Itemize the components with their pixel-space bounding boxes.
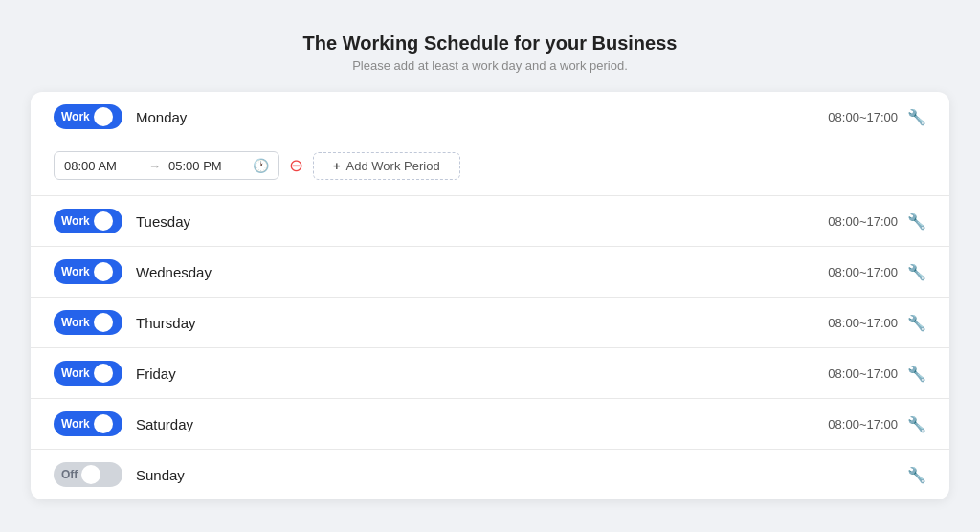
day-row-friday: WorkFriday08:00~17:00🔧: [31, 348, 949, 399]
day-header-wednesday: WorkWednesday08:00~17:00🔧: [54, 247, 926, 297]
end-time-monday-0[interactable]: [168, 159, 245, 173]
day-hours-saturday: 08:00~17:00: [828, 417, 898, 432]
schedule-card: WorkMonday08:00~17:00🔧→🕐⊖+Add Work Perio…: [31, 92, 949, 499]
work-toggle-sunday[interactable]: Off: [54, 462, 122, 487]
work-toggle-friday[interactable]: Work: [54, 361, 122, 386]
day-hours-thursday: 08:00~17:00: [828, 316, 898, 330]
day-header-sunday: OffSunday🔧: [54, 450, 926, 499]
day-header-tuesday: WorkTuesday08:00~17:00🔧: [54, 196, 926, 246]
day-name-saturday: Saturday: [136, 416, 828, 432]
work-toggle-monday[interactable]: Work: [54, 104, 122, 129]
day-row-saturday: WorkSaturday08:00~17:00🔧: [31, 399, 949, 450]
day-hours-monday: 08:00~17:00: [828, 110, 898, 124]
day-header-friday: WorkFriday08:00~17:00🔧: [54, 348, 926, 398]
arrow-icon-monday-0: →: [148, 159, 161, 173]
add-period-button-monday[interactable]: +Add Work Period: [313, 152, 460, 180]
page-subtitle: Please add at least a work day and a wor…: [303, 58, 678, 73]
day-row-sunday: OffSunday🔧: [31, 450, 949, 499]
work-toggle-label-monday: Work: [61, 110, 90, 123]
wrench-icon-saturday[interactable]: 🔧: [907, 415, 926, 433]
wrench-icon-tuesday[interactable]: 🔧: [907, 212, 926, 231]
work-toggle-tuesday[interactable]: Work: [54, 209, 122, 233]
day-name-friday: Friday: [136, 366, 828, 382]
wrench-icon-thursday[interactable]: 🔧: [907, 314, 926, 332]
day-row-monday: WorkMonday08:00~17:00🔧→🕐⊖+Add Work Perio…: [31, 92, 949, 196]
toggle-circle-friday: [94, 364, 113, 383]
toggle-circle-wednesday: [94, 262, 113, 281]
remove-period-monday-0[interactable]: ⊖: [289, 157, 303, 174]
wrench-icon-wednesday[interactable]: 🔧: [907, 263, 926, 281]
wrench-icon-friday[interactable]: 🔧: [907, 365, 926, 383]
page-title: The Working Schedule for your Business: [303, 33, 678, 55]
work-toggle-label-saturday: Work: [61, 417, 90, 431]
day-hours-tuesday: 08:00~17:00: [828, 214, 898, 229]
work-toggle-label-tuesday: Work: [61, 214, 90, 228]
day-name-monday: Monday: [136, 109, 828, 125]
day-name-tuesday: Tuesday: [136, 213, 828, 230]
toggle-circle-saturday: [94, 414, 113, 433]
add-period-plus-icon: +: [333, 159, 341, 173]
wrench-icon-monday[interactable]: 🔧: [907, 108, 926, 126]
page-header: The Working Schedule for your Business P…: [303, 33, 678, 73]
toggle-circle-monday: [94, 107, 113, 126]
wrench-icon-sunday[interactable]: 🔧: [907, 466, 926, 484]
start-time-monday-0[interactable]: [64, 159, 141, 173]
work-toggle-thursday[interactable]: Work: [54, 310, 122, 335]
day-name-wednesday: Wednesday: [136, 264, 828, 280]
clock-icon-monday-0: 🕐: [253, 158, 269, 173]
day-row-tuesday: WorkTuesday08:00~17:00🔧: [31, 196, 949, 247]
day-hours-friday: 08:00~17:00: [828, 366, 898, 381]
day-row-thursday: WorkThursday08:00~17:00🔧: [31, 298, 949, 348]
work-toggle-label-thursday: Work: [61, 316, 90, 329]
work-toggle-label-friday: Work: [61, 366, 90, 380]
day-header-monday: WorkMonday08:00~17:00🔧: [54, 92, 926, 142]
toggle-circle-thursday: [94, 313, 113, 332]
day-row-wednesday: WorkWednesday08:00~17:00🔧: [31, 247, 949, 298]
day-hours-wednesday: 08:00~17:00: [828, 265, 898, 279]
day-name-sunday: Sunday: [136, 467, 898, 483]
toggle-circle-tuesday: [94, 211, 113, 231]
work-toggle-label-sunday: Off: [61, 468, 78, 481]
add-period-label: Add Work Period: [346, 159, 440, 173]
toggle-circle-sunday: [81, 465, 100, 484]
day-name-thursday: Thursday: [136, 315, 828, 331]
work-toggle-saturday[interactable]: Work: [54, 411, 122, 436]
day-header-saturday: WorkSaturday08:00~17:00🔧: [54, 399, 926, 449]
time-range-monday-0: →🕐: [54, 151, 279, 180]
work-toggle-label-wednesday: Work: [61, 265, 90, 278]
work-toggle-wednesday[interactable]: Work: [54, 259, 122, 284]
day-header-thursday: WorkThursday08:00~17:00🔧: [54, 298, 926, 347]
day-detail-monday: →🕐⊖+Add Work Period: [54, 142, 926, 195]
